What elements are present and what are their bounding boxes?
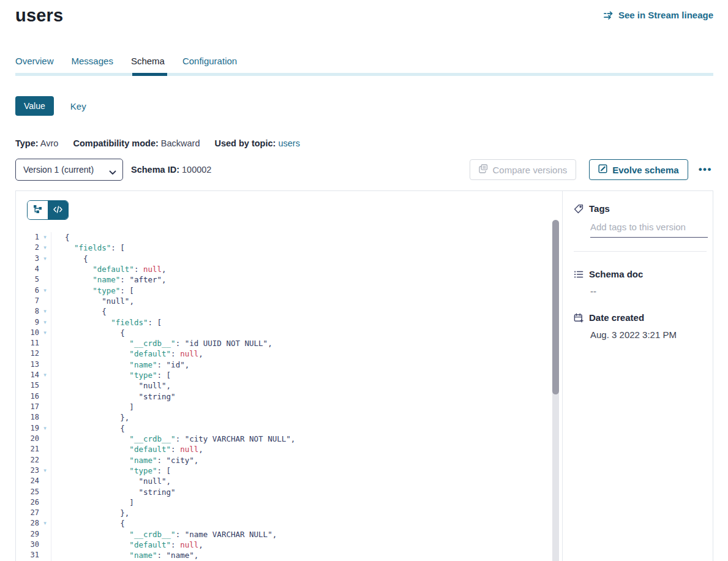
line-number: 6 [16, 285, 39, 296]
fold-toggle-icon[interactable]: ▾ [39, 518, 51, 529]
line-number: 1 [16, 232, 39, 243]
tab-overview[interactable]: Overview [15, 56, 54, 73]
fold-toggle-icon[interactable]: ▾ [39, 317, 51, 328]
editor-scrollbar-thumb[interactable] [552, 220, 559, 394]
line-number: 3 [16, 254, 39, 264]
code-text: "fields": [ [51, 317, 547, 328]
fold-spacer [39, 348, 51, 359]
code-text: "string" [51, 487, 547, 497]
fold-toggle-icon[interactable]: ▾ [39, 243, 51, 253]
versions-icon [479, 164, 488, 175]
code-text: "name": "name", [51, 550, 547, 560]
line-number: 29 [16, 529, 39, 540]
stream-lineage-link[interactable]: See in Stream lineage [604, 10, 713, 20]
stream-lineage-icon [604, 11, 614, 20]
line-number: 8 [16, 306, 39, 317]
fold-spacer [39, 455, 51, 465]
code-text: "null", [51, 296, 547, 306]
code-line: 27 }, [16, 508, 547, 518]
tab-configuration[interactable]: Configuration [182, 56, 237, 73]
fold-toggle-icon[interactable]: ▾ [39, 328, 51, 338]
page-title: users [15, 6, 63, 26]
date-created-header: Date created [574, 312, 708, 323]
code-line: 8▾ { [16, 306, 547, 317]
code-line: 2▾ "fields": [ [16, 243, 547, 253]
line-number: 24 [16, 476, 39, 486]
code-line: 9▾ "fields": [ [16, 317, 547, 328]
code-line: 20 "__crdb__": "city VARCHAR NOT NULL", [16, 434, 547, 444]
tags-input[interactable] [590, 222, 708, 238]
topic-link[interactable]: users [278, 138, 299, 148]
line-number: 28 [16, 518, 39, 529]
code-text: ] [51, 402, 547, 412]
fold-spacer [39, 529, 51, 540]
fold-toggle-icon[interactable]: ▾ [39, 465, 51, 476]
line-number: 19 [16, 423, 39, 434]
code-line: 16 "string" [16, 391, 547, 402]
code-line: 5 "name": "after", [16, 274, 547, 285]
fold-spacer [39, 360, 51, 370]
fold-spacer [39, 508, 51, 518]
code-text: { [51, 306, 547, 317]
tree-view-icon [33, 205, 42, 216]
schema-meta: Type: Avro Compatibility mode: Backward … [15, 138, 713, 148]
code-line: 14▾ "type": [ [16, 370, 547, 380]
key-button[interactable]: Key [70, 101, 86, 111]
compare-versions-button[interactable]: Compare versions [470, 159, 577, 180]
line-number: 27 [16, 508, 39, 518]
schema-panel: 1▾{2▾ "fields": [3▾ {4 "default": null,5… [15, 190, 713, 561]
schema-page: users See in Stream lineage Overview Mes… [0, 0, 728, 561]
fold-spacer [39, 550, 51, 560]
version-select-wrap: Version 1 (current) [15, 159, 123, 181]
line-number: 22 [16, 455, 39, 465]
fold-toggle-icon[interactable]: ▾ [39, 306, 51, 317]
fold-toggle-icon[interactable]: ▾ [39, 232, 51, 243]
tags-section: Tags [574, 203, 708, 238]
calendar-plus-icon [574, 313, 584, 323]
code-line: 7 "null", [16, 296, 547, 306]
code-text: "__crdb__": "id UUID NOT NULL", [51, 338, 547, 348]
code-line: 23▾ "type": [ [16, 465, 547, 476]
line-number: 9 [16, 317, 39, 328]
more-options-button[interactable]: ••• [697, 161, 713, 178]
code-line: 22 "name": "city", [16, 455, 547, 465]
code-editor-lines: 1▾{2▾ "fields": [3▾ {4 "default": null,5… [16, 232, 547, 561]
line-number: 13 [16, 360, 39, 370]
line-number: 31 [16, 550, 39, 560]
editor-scrollbar-track[interactable] [552, 220, 559, 561]
code-view-button[interactable] [48, 201, 68, 219]
fold-spacer [39, 487, 51, 497]
schema-doc-icon [574, 269, 584, 279]
tab-track [15, 73, 713, 76]
tab-schema[interactable]: Schema [131, 56, 165, 73]
code-text: "type": [ [51, 370, 547, 380]
code-line: 1▾{ [16, 232, 547, 243]
fold-toggle-icon[interactable]: ▾ [39, 254, 51, 264]
fold-toggle-icon[interactable]: ▾ [39, 370, 51, 380]
code-text: { [51, 254, 547, 264]
page-header: users See in Stream lineage [15, 0, 713, 26]
line-number: 17 [16, 402, 39, 412]
fold-toggle-icon[interactable]: ▾ [39, 423, 51, 434]
schema-sidebar: Tags Schema doc [563, 191, 713, 561]
value-button[interactable]: Value [15, 96, 54, 116]
code-text: "null", [51, 476, 547, 486]
code-text: "name": "city", [51, 455, 547, 465]
code-text: { [51, 423, 547, 434]
tab-messages[interactable]: Messages [72, 56, 113, 73]
fold-toggle-icon[interactable]: ▾ [39, 285, 51, 296]
code-text: "default": null, [51, 540, 547, 550]
fold-spacer [39, 434, 51, 444]
schema-toolbar: Version 1 (current) Schema ID: 100002 Co… [15, 159, 713, 181]
fold-spacer [39, 391, 51, 402]
tree-view-button[interactable] [28, 201, 48, 219]
fold-spacer [39, 402, 51, 412]
value-key-selector: Value Key [15, 96, 713, 116]
version-select[interactable]: Version 1 (current) [15, 159, 123, 181]
code-text: ] [51, 497, 547, 508]
evolve-schema-button[interactable]: Evolve schema [589, 159, 688, 180]
code-line: 25 "string" [16, 487, 547, 497]
code-text: "string" [51, 391, 547, 402]
line-number: 12 [16, 348, 39, 359]
line-number: 11 [16, 338, 39, 348]
